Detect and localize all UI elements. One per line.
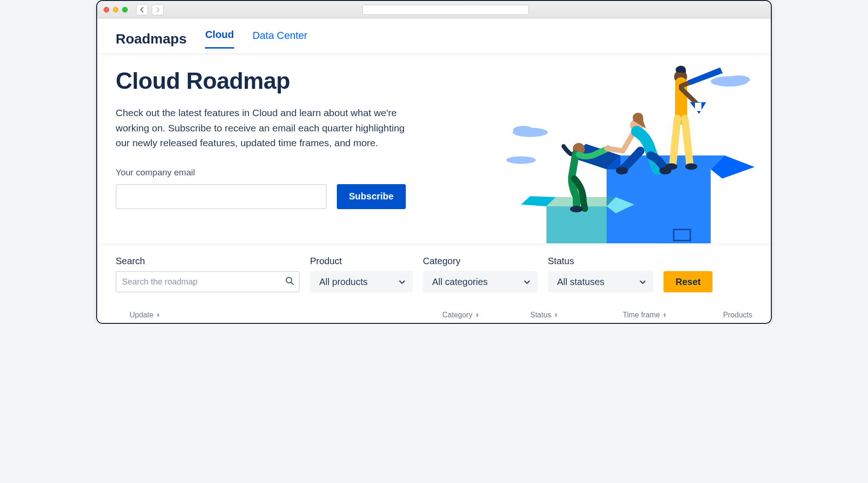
hero-text: Cloud Roadmap Check out the latest featu… xyxy=(116,68,416,243)
status-selected: All statuses xyxy=(557,277,604,287)
svg-point-4 xyxy=(727,75,750,84)
chevron-down-icon xyxy=(399,277,405,287)
svg-point-21 xyxy=(665,163,677,170)
sort-icon: ▲▼ xyxy=(475,313,479,317)
product-label: Product xyxy=(310,256,413,266)
top-nav: Roadmaps Cloud Data Center xyxy=(97,19,771,54)
reset-button[interactable]: Reset xyxy=(663,271,713,292)
svg-point-26 xyxy=(286,278,292,283)
sort-icon: ▲▼ xyxy=(663,313,667,317)
column-category[interactable]: Category ▲▼ xyxy=(442,311,530,319)
filter-category: Category All categories xyxy=(423,256,538,292)
tab-data-center[interactable]: Data Center xyxy=(253,30,308,48)
column-status[interactable]: Status ▲▼ xyxy=(530,311,623,319)
svg-point-16 xyxy=(570,206,583,212)
search-label: Search xyxy=(116,256,300,266)
search-input[interactable] xyxy=(116,271,300,292)
svg-rect-25 xyxy=(695,103,701,111)
illustration-icon xyxy=(502,58,762,243)
browser-window: Roadmaps Cloud Data Center Cloud Roadmap… xyxy=(96,0,772,324)
filter-product: Product All products xyxy=(310,256,413,292)
svg-point-2 xyxy=(506,156,536,164)
email-field[interactable] xyxy=(116,184,327,209)
svg-point-1 xyxy=(513,126,533,134)
filter-status: Status All statuses xyxy=(548,256,653,292)
product-dropdown[interactable]: All products xyxy=(310,271,413,292)
filter-bar: Search Product All products xyxy=(97,243,771,298)
forward-button[interactable] xyxy=(152,4,164,15)
chevron-down-icon xyxy=(639,277,646,287)
sort-icon: ▲▼ xyxy=(554,313,558,317)
window-controls xyxy=(104,7,128,12)
filter-search: Search xyxy=(116,256,300,292)
tab-cloud[interactable]: Cloud xyxy=(205,29,234,49)
back-button[interactable] xyxy=(136,4,148,15)
hero-section: Cloud Roadmap Check out the latest featu… xyxy=(97,54,771,243)
chevron-right-icon xyxy=(155,7,160,12)
column-timeframe[interactable]: Time frame ▲▼ xyxy=(623,311,711,319)
table-header: Update ▲▼ Category ▲▼ Status ▲▼ Time fra… xyxy=(97,298,771,323)
minimize-window-icon[interactable] xyxy=(113,7,118,12)
subscribe-row: Subscribe xyxy=(116,184,416,209)
svg-point-22 xyxy=(685,163,697,170)
email-label: Your company email xyxy=(116,167,416,178)
category-dropdown[interactable]: All categories xyxy=(423,271,538,292)
status-label: Status xyxy=(548,256,653,266)
maximize-window-icon[interactable] xyxy=(122,7,128,12)
status-dropdown[interactable]: All statuses xyxy=(548,271,653,292)
hero-illustration-wrap xyxy=(416,68,752,243)
page-title: Cloud Roadmap xyxy=(116,68,416,94)
address-bar[interactable] xyxy=(362,5,529,15)
brand-title: Roadmaps xyxy=(116,31,186,47)
address-bar-wrap xyxy=(167,5,724,15)
svg-point-18 xyxy=(616,167,628,174)
close-window-icon[interactable] xyxy=(104,7,109,12)
category-label: Category xyxy=(423,256,538,266)
column-update[interactable]: Update ▲▼ xyxy=(130,311,442,319)
sort-icon: ▲▼ xyxy=(156,313,161,317)
search-icon xyxy=(285,276,294,287)
chevron-down-icon xyxy=(524,277,530,287)
page-description: Check out the latest features in Cloud a… xyxy=(116,105,416,151)
category-selected: All categories xyxy=(432,277,488,287)
column-products[interactable]: Products xyxy=(711,311,752,319)
svg-line-27 xyxy=(291,283,294,285)
product-selected: All products xyxy=(319,277,368,287)
titlebar xyxy=(97,1,771,19)
subscribe-button[interactable]: Subscribe xyxy=(337,184,406,209)
page-content: Roadmaps Cloud Data Center Cloud Roadmap… xyxy=(97,19,771,323)
chevron-left-icon xyxy=(140,7,144,12)
